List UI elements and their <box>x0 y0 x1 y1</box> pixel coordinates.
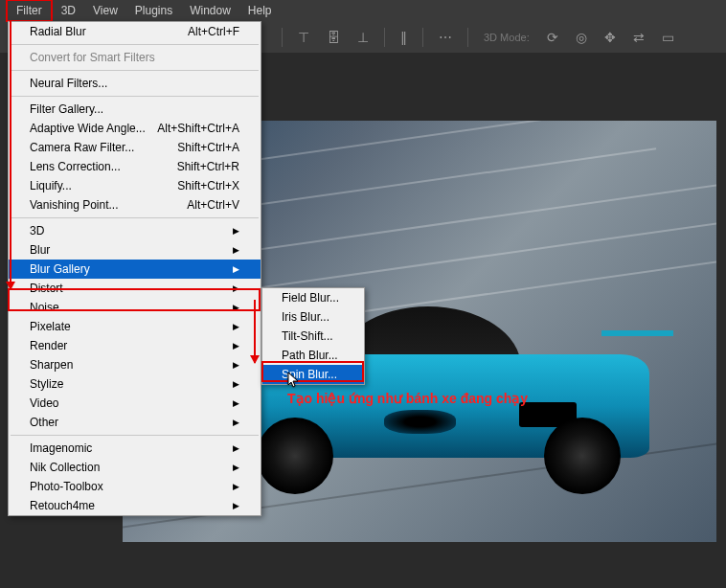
chevron-right-icon: ▶ <box>233 341 239 351</box>
menu-window[interactable]: Window <box>181 1 239 20</box>
chevron-right-icon: ▶ <box>233 398 239 408</box>
submenu-field-blur[interactable]: Field Blur... <box>262 288 364 307</box>
menu-item-other[interactable]: Other▶ <box>9 413 261 432</box>
menubar: Filter 3D View Plugins Window Help <box>0 0 726 21</box>
filter-dropdown-menu: Radial Blur Alt+Ctrl+F Convert for Smart… <box>8 21 261 516</box>
menu-view[interactable]: View <box>84 1 126 20</box>
align-bottom-icon[interactable]: ⊥ <box>352 26 374 49</box>
annotation-text: Tạo hiệu ứng như bánh xe đang chạy <box>287 391 528 406</box>
distribute-icon[interactable]: ‖ <box>395 26 413 49</box>
slide-3d-icon[interactable]: ⇄ <box>627 26 650 49</box>
highlight-arrow-1 <box>10 21 11 289</box>
pan-3d-icon[interactable]: ✥ <box>599 26 622 49</box>
menu-filter[interactable]: Filter <box>6 0 53 22</box>
chevron-right-icon: ▶ <box>233 245 239 255</box>
chevron-right-icon: ▶ <box>233 226 239 236</box>
menu-item-pixelate[interactable]: Pixelate▶ <box>9 317 261 336</box>
chevron-right-icon: ▶ <box>233 443 239 453</box>
menu-item-convert-smart: Convert for Smart Filters <box>9 48 261 67</box>
menu-item-sharpen[interactable]: Sharpen▶ <box>9 355 261 374</box>
menu-item-filter-gallery[interactable]: Filter Gallery... <box>9 100 261 119</box>
menu-item-nik-collection[interactable]: Nik Collection▶ <box>9 458 261 477</box>
chevron-right-icon: ▶ <box>233 463 239 472</box>
menu-item-stylize[interactable]: Stylize▶ <box>9 374 261 394</box>
menu-item-distort[interactable]: Distort▶ <box>9 279 261 298</box>
chevron-right-icon: ▶ <box>233 482 239 491</box>
chevron-right-icon: ▶ <box>233 360 239 370</box>
roll-3d-icon[interactable]: ◎ <box>570 26 593 49</box>
chevron-right-icon: ▶ <box>233 283 239 293</box>
menu-item-recent-filter[interactable]: Radial Blur Alt+Ctrl+F <box>9 22 261 41</box>
menu-item-camera-raw[interactable]: Camera Raw Filter... Shift+Ctrl+A <box>9 138 261 157</box>
menu-item-liquify[interactable]: Liquify... Shift+Ctrl+X <box>9 176 261 195</box>
orbit-3d-icon[interactable]: ⟳ <box>541 26 564 49</box>
menu-item-3d[interactable]: 3D▶ <box>9 221 261 240</box>
menu-help[interactable]: Help <box>239 1 281 20</box>
menu-item-video[interactable]: Video▶ <box>9 394 261 413</box>
menu-item-lens-correction[interactable]: Lens Correction... Shift+Ctrl+R <box>9 157 261 176</box>
menu-item-blur-gallery[interactable]: Blur Gallery▶ <box>9 260 261 279</box>
submenu-iris-blur[interactable]: Iris Blur... <box>262 307 364 327</box>
menu-item-retouch4me[interactable]: Retouch4me▶ <box>9 496 261 515</box>
chevron-right-icon: ▶ <box>233 379 239 389</box>
submenu-tilt-shift[interactable]: Tilt-Shift... <box>262 327 364 346</box>
submenu-spin-blur[interactable]: Spin Blur... <box>262 365 364 384</box>
menu-item-neural-filters[interactable]: Neural Filters... <box>9 74 261 93</box>
menu-item-imagenomic[interactable]: Imagenomic▶ <box>9 439 261 458</box>
chevron-right-icon: ▶ <box>233 322 239 331</box>
menu-plugins[interactable]: Plugins <box>126 1 181 20</box>
chevron-right-icon: ▶ <box>233 501 239 510</box>
submenu-path-blur[interactable]: Path Blur... <box>262 346 364 365</box>
chevron-right-icon: ▶ <box>233 264 239 274</box>
menu-item-render[interactable]: Render▶ <box>9 336 261 355</box>
chevron-right-icon: ▶ <box>233 418 239 427</box>
align-top-icon[interactable]: ⊤ <box>292 26 315 49</box>
menu-3d[interactable]: 3D <box>53 1 84 20</box>
menu-item-photo-toolbox[interactable]: Photo-Toolbox▶ <box>9 477 261 496</box>
zoom-3d-icon[interactable]: ▭ <box>656 26 680 49</box>
menu-item-noise[interactable]: Noise▶ <box>9 298 261 317</box>
menu-item-blur[interactable]: Blur▶ <box>9 240 261 260</box>
highlight-arrow-2 <box>254 300 256 363</box>
align-vcenter-icon[interactable]: 🗄 <box>321 26 346 49</box>
chevron-right-icon: ▶ <box>233 303 239 312</box>
blur-gallery-submenu: Field Blur... Iris Blur... Tilt-Shift...… <box>261 287 365 385</box>
menu-item-vanishing-point[interactable]: Vanishing Point... Alt+Ctrl+V <box>9 195 261 215</box>
more-options-icon[interactable]: ⋯ <box>433 26 458 49</box>
mode-label: 3D Mode: <box>478 28 535 47</box>
menu-item-adaptive-wide-angle[interactable]: Adaptive Wide Angle... Alt+Shift+Ctrl+A <box>9 119 261 138</box>
